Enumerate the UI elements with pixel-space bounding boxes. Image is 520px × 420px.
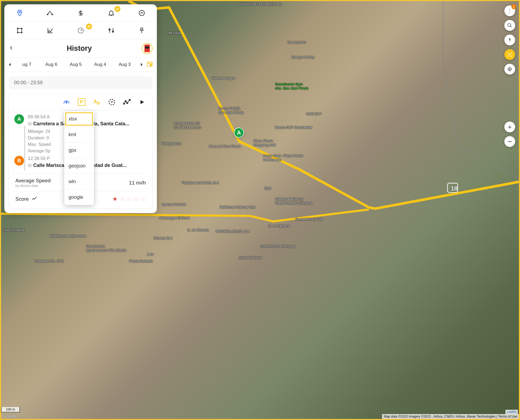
- poi-label: PARAGON ENGINEERING: [239, 2, 282, 6]
- poi-label: Didelasa Km. 17.2: [35, 259, 63, 263]
- svg-point-21: [125, 100, 126, 102]
- date-1[interactable]: Aug 6: [40, 62, 63, 67]
- svg-rect-7: [18, 28, 22, 32]
- calendar-icon[interactable]: [147, 61, 154, 68]
- poi-label: Plaza Kaskada: [129, 259, 153, 263]
- date-3[interactable]: Aug 4: [89, 62, 112, 67]
- tab-pin[interactable]: [126, 22, 157, 39]
- svg-point-20: [123, 103, 125, 105]
- menu-button[interactable]: ⋮: [504, 5, 515, 16]
- tab-money[interactable]: [65, 4, 96, 22]
- search-button[interactable]: [504, 20, 515, 31]
- poi-label: 1 Av: [147, 252, 154, 256]
- svg-point-3: [47, 14, 48, 15]
- poi-label: UNO El P: [306, 112, 321, 116]
- back-button[interactable]: [9, 45, 17, 52]
- poi-label: NATURAL BLUS, S.A: [216, 229, 249, 233]
- vehicle-avatar[interactable]: [142, 43, 153, 54]
- avg-speed-label: Average Speed: [15, 178, 51, 184]
- svg-point-23: [129, 99, 130, 101]
- poi-label: Condominioapartamentos Villa Clarita: [86, 244, 126, 252]
- svg-point-22: [127, 102, 128, 104]
- tab-reports[interactable]: [35, 22, 65, 39]
- focus-button[interactable]: [504, 49, 515, 60]
- export-google[interactable]: google: [64, 190, 94, 205]
- zoom-controls: + −: [504, 122, 515, 147]
- svg-point-10: [17, 32, 18, 33]
- poi-label: C. de Olmeca: [187, 228, 209, 232]
- star-1: ★: [112, 196, 118, 203]
- download-icon[interactable]: xlsx kml gpx geojson wln google: [63, 98, 70, 106]
- star-5: ☆: [140, 196, 146, 203]
- tab-settings[interactable]: [96, 22, 126, 39]
- poi-label: Banco G&T Continental: [275, 125, 312, 129]
- score-stars: ★ ☆ ☆ ☆ ☆: [112, 196, 146, 203]
- export-gpx[interactable]: gpx: [64, 143, 94, 158]
- zoom-in-button[interactable]: +: [504, 122, 515, 132]
- poi-label: Olmeca S.A: [154, 236, 172, 240]
- svg-point-8: [17, 28, 18, 29]
- compass-button[interactable]: [504, 35, 515, 45]
- svg-point-25: [509, 54, 510, 55]
- map-waypoint-a[interactable]: A: [234, 127, 244, 138]
- date-4[interactable]: Aug 3: [113, 62, 136, 67]
- page-title: History: [17, 44, 142, 53]
- svg-point-24: [508, 23, 511, 27]
- poi-label: Arepa Soul - Plaza PinulaVenezuelan: [263, 154, 303, 162]
- export-xlsx[interactable]: xlsx: [64, 111, 94, 127]
- svg-point-19: [111, 102, 113, 103]
- date-next[interactable]: [137, 59, 146, 70]
- date-prev[interactable]: [6, 59, 14, 70]
- tab-collapse[interactable]: [126, 4, 157, 22]
- poi-label: Plastics and Molds, S.A: [182, 181, 219, 185]
- ab-icon[interactable]: AB: [93, 98, 100, 106]
- poi-label: Building materials store: [50, 234, 86, 238]
- play-icon[interactable]: [138, 98, 146, 106]
- score-label: Score: [15, 196, 29, 202]
- tab-location[interactable]: [4, 4, 35, 22]
- parking-icon[interactable]: P: [78, 98, 85, 106]
- zoom-out-button[interactable]: −: [504, 136, 515, 147]
- export-wln[interactable]: wln: [64, 174, 94, 190]
- svg-point-5: [117, 8, 118, 9]
- export-kml[interactable]: kml: [64, 127, 94, 143]
- svg-rect-17: [150, 64, 151, 66]
- poi-label: Byte: [264, 186, 271, 190]
- tab-notifications[interactable]: [96, 4, 126, 22]
- poi-label: Bellisimas Salon y Spa: [220, 205, 255, 209]
- svg-point-9: [21, 28, 22, 29]
- top-tabs-row-2: [4, 22, 157, 39]
- tab-geofence[interactable]: [4, 22, 35, 39]
- poi-label: Scandinavia Gymctra. San José Pinula: [275, 82, 308, 90]
- svg-text:18: 18: [451, 185, 458, 192]
- map-controls: ⋮: [504, 5, 515, 75]
- trip-actions: xlsx kml gpx geojson wln google P AB: [9, 94, 152, 110]
- poi-label: Casa de Dios Pinula: [209, 144, 241, 148]
- svg-point-4: [52, 14, 52, 15]
- gauge-icon[interactable]: [108, 98, 116, 106]
- poi-label: Plaza PinulaShopping mall: [254, 139, 276, 147]
- export-geojson[interactable]: geojson: [64, 158, 94, 174]
- track-icon[interactable]: [123, 98, 131, 106]
- star-4: ☆: [133, 196, 139, 203]
- date-2[interactable]: Aug 5: [64, 62, 87, 67]
- eye-badge-icon: [86, 23, 92, 29]
- locate-button[interactable]: [504, 64, 515, 75]
- date-selector: ug 7 Aug 6 Aug 5 Aug 4 Aug 3: [4, 58, 157, 72]
- poi-label: Santa Mónica Hill: [295, 217, 323, 221]
- date-0[interactable]: ug 7: [15, 62, 39, 67]
- eye-badge-icon: [114, 6, 120, 12]
- tab-dashboard[interactable]: [65, 22, 96, 39]
- top-tabs-row-1: [4, 4, 157, 22]
- score-chart-icon[interactable]: [32, 196, 38, 203]
- poi-label: xpress Arrazola: [162, 202, 186, 206]
- poi-label: Colegio Mariano yRafael Castillo Córdova: [275, 197, 312, 205]
- poi-label: Valles de Napa: [212, 76, 235, 80]
- tab-route[interactable]: [35, 4, 65, 22]
- svg-rect-1: [447, 183, 458, 193]
- waypoint-b-badge: B: [14, 156, 24, 166]
- time-range-input[interactable]: 00:00 - 23:59: [9, 76, 153, 89]
- leaflet-badge[interactable]: Leaflet: [505, 410, 518, 414]
- poi-label: Condominio el bosque: [260, 244, 295, 248]
- poi-label: Condominio: [287, 40, 306, 44]
